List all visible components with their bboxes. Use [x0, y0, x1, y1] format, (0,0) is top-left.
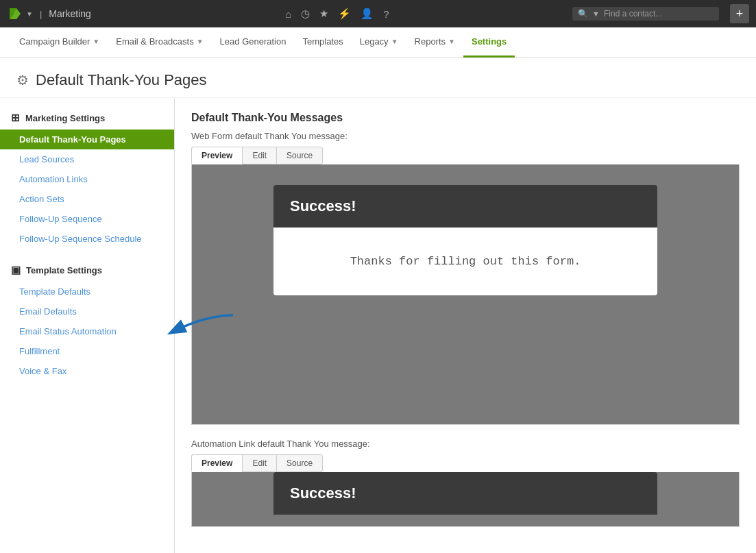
- chevron-icon: ▼: [197, 38, 204, 45]
- nav-templates[interactable]: Templates: [294, 27, 351, 58]
- tab-edit-1[interactable]: Edit: [242, 147, 276, 164]
- tab-preview-2[interactable]: Preview: [191, 454, 242, 472]
- nav-legacy[interactable]: Legacy ▼: [352, 27, 406, 58]
- top-bar: ▼ | Marketing ⌂ ◷ ★ ⚡ 👤 ? 🔍 ▼ +: [0, 0, 756, 27]
- sidebar-item-email-defaults[interactable]: Email Defaults: [0, 302, 174, 321]
- preview-area-2: Success!: [191, 472, 740, 527]
- app-name: Marketing: [49, 8, 90, 19]
- nav-campaign-builder[interactable]: Campaign Builder ▼: [11, 27, 108, 58]
- nav-settings[interactable]: Settings: [463, 27, 515, 58]
- settings-gear-icon: ⚙: [16, 72, 29, 88]
- sidebar-item-fulfillment[interactable]: Fulfillment: [0, 341, 174, 361]
- grid-icon: ⊞: [11, 112, 20, 124]
- sidebar-section-marketing: ⊞ Marketing Settings: [0, 106, 174, 130]
- sidebar-item-template-defaults[interactable]: Template Defaults: [0, 282, 174, 302]
- nav-lead-generation[interactable]: Lead Generation: [212, 27, 295, 58]
- section1-title: Default Thank-You Messages: [191, 112, 740, 124]
- chevron-icon: ▼: [448, 38, 455, 45]
- chevron-icon: ▼: [391, 38, 398, 45]
- tab-source-2[interactable]: Source: [276, 454, 323, 472]
- sidebar-item-email-status-automation[interactable]: Email Status Automation: [0, 321, 174, 341]
- preview-card-1: Success! Thanks for filling out this for…: [273, 185, 657, 295]
- tab-source-1[interactable]: Source: [276, 147, 323, 164]
- section1-subtitle: Web Form default Thank You message:: [191, 131, 740, 141]
- template-icon: ▣: [11, 264, 21, 276]
- lightning-icon[interactable]: ⚡: [338, 8, 351, 20]
- success-header-1: Success!: [273, 185, 657, 228]
- nav-reports[interactable]: Reports ▼: [406, 27, 463, 58]
- page-title: Default Thank-You Pages: [36, 71, 207, 89]
- sidebar-item-default-thank-you-pages[interactable]: Default Thank-You Pages: [0, 130, 174, 149]
- success-body-1: Thanks for filling out this form.: [273, 228, 657, 295]
- person-icon[interactable]: 👤: [361, 8, 374, 20]
- sidebar-item-voice-fax[interactable]: Voice & Fax: [0, 361, 174, 381]
- sidebar-item-follow-up-sequence[interactable]: Follow-Up Sequence: [0, 209, 174, 229]
- home-icon[interactable]: ⌂: [285, 8, 291, 20]
- section-thank-you-messages: Default Thank-You Messages Web Form defa…: [191, 112, 740, 425]
- chevron-down-icon[interactable]: ▼: [26, 10, 33, 18]
- page-header: ⚙ Default Thank-You Pages: [0, 58, 756, 98]
- tab-edit-2[interactable]: Edit: [242, 454, 276, 472]
- tab-preview-1[interactable]: Preview: [191, 147, 242, 164]
- content-area: ⊞ Marketing Settings Default Thank-You P…: [0, 98, 756, 553]
- main-nav: Campaign Builder ▼ Email & Broadcasts ▼ …: [0, 27, 756, 58]
- success-header-2: Success!: [273, 472, 657, 515]
- chevron-icon: ▼: [93, 38, 99, 45]
- nav-email-broadcasts[interactable]: Email & Broadcasts ▼: [108, 27, 211, 58]
- tab-bar-2: Preview Edit Source: [191, 454, 740, 472]
- top-bar-icon-group: ⌂ ◷ ★ ⚡ 👤 ?: [108, 8, 567, 20]
- main-content: Default Thank-You Messages Web Form defa…: [175, 98, 756, 553]
- preview-area-1: Success! Thanks for filling out this for…: [191, 164, 740, 425]
- sidebar-section-template: ▣ Template Settings: [0, 258, 174, 282]
- add-button[interactable]: +: [730, 4, 749, 23]
- search-input[interactable]: [604, 9, 714, 19]
- search-bar[interactable]: 🔍 ▼: [572, 7, 719, 21]
- sidebar-item-automation-links[interactable]: Automation Links: [0, 169, 174, 189]
- help-icon[interactable]: ?: [383, 8, 389, 20]
- sidebar: ⊞ Marketing Settings Default Thank-You P…: [0, 98, 175, 553]
- sidebar-item-lead-sources[interactable]: Lead Sources: [0, 149, 174, 169]
- tab-bar-1: Preview Edit Source: [191, 147, 740, 164]
- sidebar-item-follow-up-sequence-schedule[interactable]: Follow-Up Sequence Schedule: [0, 229, 174, 249]
- search-icon: 🔍: [578, 9, 588, 19]
- clock-icon[interactable]: ◷: [301, 8, 310, 20]
- star-icon[interactable]: ★: [319, 8, 328, 20]
- sidebar-item-action-sets[interactable]: Action Sets: [0, 189, 174, 209]
- app-logo[interactable]: ▼ | Marketing: [7, 5, 102, 22]
- section2-subtitle: Automation Link default Thank You messag…: [191, 439, 740, 449]
- section-automation-link: Automation Link default Thank You messag…: [191, 439, 740, 527]
- preview-card-2: Success!: [273, 472, 657, 515]
